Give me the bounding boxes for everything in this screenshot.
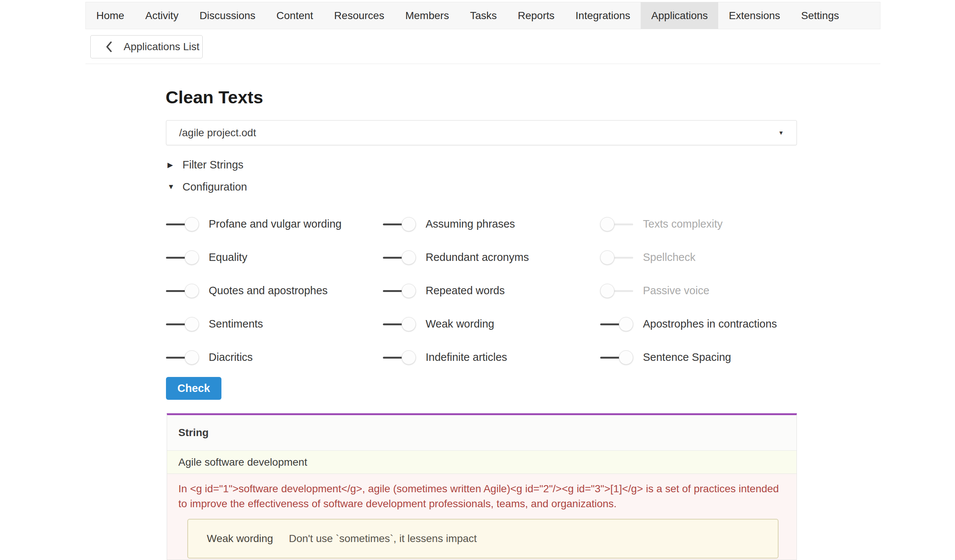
expanded-triangle-icon: ▼ [168,183,182,191]
toggle-label: Passive voice [643,284,709,297]
section-configuration[interactable]: ▼ Configuration [168,179,247,194]
toggle-knob [600,250,614,265]
toggle-row: Diacritics [166,341,383,374]
toggle-label: Apostrophes in contractions [643,318,777,330]
result-error-section: In <g id="1">software development</g>, a… [167,474,797,558]
clean-texts-app: Home Activity Discussions Content Resour… [0,0,955,560]
toggle-label: Quotes and apostrophes [209,284,328,297]
section-label: Configuration [182,181,247,193]
toggle-label: Equality [209,251,247,264]
toggle-label: Spellcheck [643,251,695,264]
toggle-row: Repeated words [383,274,600,307]
toggle-row: Sentence Spacing [600,341,803,374]
toggle-label: Sentence Spacing [643,351,731,363]
section-label: Filter Strings [182,159,244,171]
toggle-knob [185,284,199,298]
toggle-knob [402,284,416,298]
toggle-knob [619,350,633,365]
toggle-profane-vulgar-wording[interactable] [166,217,199,232]
nav-tab-tasks[interactable]: Tasks [459,2,507,29]
toggle-assuming-phrases[interactable] [383,217,416,232]
nav-tab-activity[interactable]: Activity [135,2,189,29]
nav-tab-reports[interactable]: Reports [507,2,565,29]
toggle-label: Profane and vulgar wording [209,218,342,230]
toggle-row: Redundant acronyms [383,241,600,274]
nav-tab-settings[interactable]: Settings [791,2,849,29]
toggle-row: Indefinite articles [383,341,600,374]
nav-tab-discussions[interactable]: Discussions [189,2,266,29]
toggle-repeated-words[interactable] [383,283,416,298]
error-string-text: In <g id="1">software development</g>, a… [178,481,789,511]
collapsed-triangle-icon: ▶ [168,161,182,169]
toggle-weak-wording[interactable] [383,317,416,332]
check-button[interactable]: Check [166,377,221,400]
toggle-knob [600,284,614,298]
back-button-label: Applications List [124,41,199,53]
nav-tab-content[interactable]: Content [266,2,324,29]
toggle-row: Spellcheck [600,241,803,274]
toggle-label: Sentiments [209,318,263,330]
nav-tab-extensions[interactable]: Extensions [718,2,791,29]
issue-category: Weak wording [207,533,273,544]
results-panel: String Agile software development In <g … [167,413,797,560]
toggle-knob [185,350,199,365]
back-to-applications-list-button[interactable]: Applications List [90,35,203,58]
toggle-row: Texts complexity [600,207,803,241]
toggle-row: Weak wording [383,307,600,341]
toggle-knob [185,317,199,331]
result-string-row[interactable]: Agile software development [167,451,797,474]
toggle-passive-voice[interactable] [600,283,633,298]
top-navigation: Home Activity Discussions Content Resour… [85,2,880,29]
toggle-label: Texts complexity [643,218,723,230]
toggle-label: Repeated words [426,284,505,297]
toggle-sentiments[interactable] [166,317,199,332]
toggle-spellcheck[interactable] [600,250,633,265]
nav-tab-applications[interactable]: Applications [641,2,718,29]
toggle-knob [402,250,416,265]
nav-tab-home[interactable]: Home [86,2,135,29]
toggle-row: Sentiments [166,307,383,341]
issue-note-box: Weak wording Don't use `sometimes`, it l… [187,519,778,558]
file-select[interactable]: /agile project.odt ▼ [166,120,797,145]
toggle-row: Apostrophes in contractions [600,307,803,341]
chevron-left-icon [106,42,113,52]
chevron-down-icon: ▼ [778,129,784,136]
toggle-row: Passive voice [600,274,803,307]
configuration-toggle-grid: Profane and vulgar wording Assuming phra… [166,207,803,374]
toggle-knob [600,217,614,231]
toggle-knob [402,317,416,331]
toggle-knob [619,317,633,331]
file-select-value: /agile project.odt [179,127,778,139]
toggle-row: Assuming phrases [383,207,600,241]
section-filter-strings[interactable]: ▶ Filter Strings [168,157,244,172]
toggle-row: Profane and vulgar wording [166,207,383,241]
nav-tab-resources[interactable]: Resources [324,2,395,29]
toggle-label: Redundant acronyms [426,251,529,264]
toggle-quotes-apostrophes[interactable] [166,283,199,298]
toggle-row: Equality [166,241,383,274]
toggle-knob [402,217,416,231]
toggle-row: Quotes and apostrophes [166,274,383,307]
toggle-diacritics[interactable] [166,350,199,365]
toggle-redundant-acronyms[interactable] [383,250,416,265]
nav-tab-members[interactable]: Members [395,2,460,29]
page-title: Clean Texts [166,87,263,108]
toggle-indefinite-articles[interactable] [383,350,416,365]
toggle-label: Diacritics [209,351,253,363]
toggle-knob [185,250,199,265]
toggle-knob [402,350,416,365]
nav-tab-integrations[interactable]: Integrations [565,2,641,29]
toggle-equality[interactable] [166,250,199,265]
issue-message: Don't use `sometimes`, it lessens impact [289,533,477,544]
toggle-sentence-spacing[interactable] [600,350,633,365]
toggle-texts-complexity[interactable] [600,217,633,232]
results-column-header: String [167,415,797,451]
header-divider [85,64,880,64]
toggle-apostrophes-contractions[interactable] [600,317,633,332]
toggle-knob [185,217,199,231]
toggle-label: Indefinite articles [426,351,507,363]
toggle-label: Weak wording [426,318,494,330]
toggle-label: Assuming phrases [426,218,515,230]
